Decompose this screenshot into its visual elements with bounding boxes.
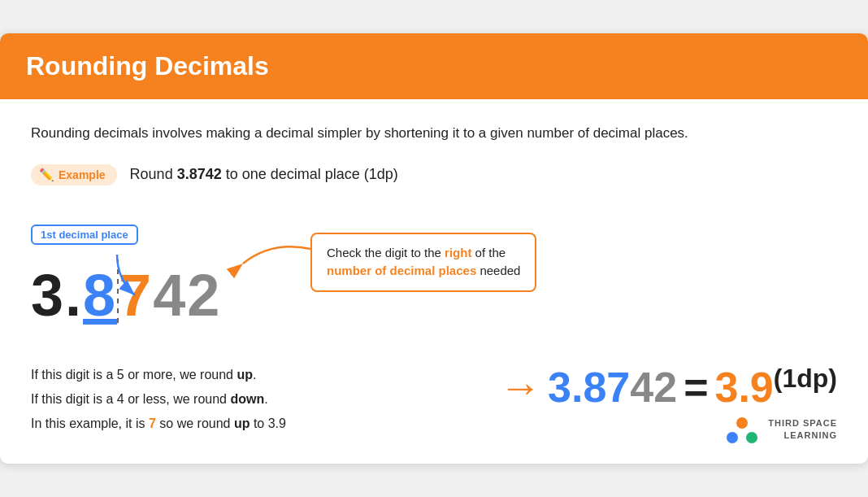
- result-answer-label: (1dp): [774, 363, 837, 392]
- logo-text: THIRD SPACE LEARNING: [768, 417, 837, 441]
- result-answer-pre: 3.9: [715, 364, 774, 411]
- rules-text: If this digit is a 5 or more, we round u…: [31, 363, 467, 437]
- diagram-area: 1st decimal place: [31, 200, 837, 347]
- rule3-orange: 7: [149, 416, 156, 430]
- pencil-icon: ✏️: [39, 168, 54, 182]
- svg-point-3: [736, 417, 748, 429]
- rule2-pre: If this digit is a 4 or less, we round: [31, 392, 230, 406]
- digit-3-dot: 3.: [31, 266, 83, 325]
- rule2: If this digit is a 4 or less, we round d…: [31, 387, 467, 412]
- callout-decimal-highlight: number of decimal places: [327, 264, 476, 277]
- callout-box: Check the digit to the right of the numb…: [310, 233, 536, 292]
- logo-svg: [724, 415, 760, 444]
- rule2-bold: down: [230, 392, 264, 406]
- rule1-post: .: [253, 368, 256, 381]
- rule3-mid: so we round: [156, 416, 234, 430]
- svg-point-2: [727, 432, 738, 443]
- page-title: Rounding Decimals: [26, 51, 842, 81]
- decimal-label-box: 1st decimal place: [31, 225, 138, 245]
- callout-container: Check the digit to the right of the numb…: [310, 225, 536, 292]
- rule1-bold: up: [237, 368, 253, 381]
- intro-text: Rounding decimals involves making a deci…: [31, 122, 837, 144]
- result-gray-part: 42: [630, 364, 677, 411]
- rule1-pre: If this digit is a 5 or more, we round: [31, 368, 237, 381]
- label-arrow-svg: [109, 255, 239, 299]
- content-area: Rounding decimals involves making a deci…: [0, 99, 868, 463]
- example-badge: ✏️ Example: [31, 164, 117, 185]
- logo-area: THIRD SPACE LEARNING: [499, 415, 837, 444]
- logo-line1: THIRD SPACE: [768, 417, 837, 429]
- example-row: ✏️ Example Round 3.8742 to one decimal p…: [31, 164, 837, 185]
- svg-point-4: [746, 432, 757, 443]
- diagram-wrapper: 1st decimal place: [31, 200, 837, 347]
- example-text: Round 3.8742 to one decimal place (1dp): [130, 166, 398, 183]
- logo-line2: LEARNING: [768, 429, 837, 441]
- callout-right-highlight: right: [445, 246, 471, 259]
- result-blue-part: 3.87: [548, 364, 630, 411]
- callout-arrow-svg: [239, 233, 312, 281]
- result-answer: 3.9(1dp): [715, 363, 838, 412]
- example-number: 3.8742: [177, 166, 222, 182]
- rule1: If this digit is a 5 or more, we round u…: [31, 363, 467, 387]
- rule3-post: to 3.9: [250, 416, 285, 430]
- rule2-post: .: [264, 392, 267, 406]
- rule3-bold: up: [234, 416, 250, 430]
- callout-line1-pre: Check the digit to the: [327, 246, 445, 259]
- result-number: 3.8742: [548, 363, 677, 412]
- rule3: In this example, it is 7 so we round up …: [31, 412, 467, 436]
- result-equation: → 3.8742 = 3.9(1dp): [499, 363, 837, 412]
- callout-line2-post: needed: [476, 264, 520, 277]
- decimal-label-text: 1st decimal place: [41, 229, 128, 241]
- callout-line1-post: of the: [471, 246, 506, 259]
- result-arrow: →: [499, 363, 541, 412]
- example-label: Example: [59, 168, 106, 181]
- result-section: If this digit is a 5 or more, we round u…: [31, 363, 837, 444]
- result-equals: =: [684, 363, 708, 412]
- result-display: → 3.8742 = 3.9(1dp): [499, 363, 837, 444]
- rule3-pre: In this example, it is: [31, 416, 149, 430]
- header: Rounding Decimals: [0, 33, 868, 99]
- card: Rounding Decimals Rounding decimals invo…: [0, 33, 868, 463]
